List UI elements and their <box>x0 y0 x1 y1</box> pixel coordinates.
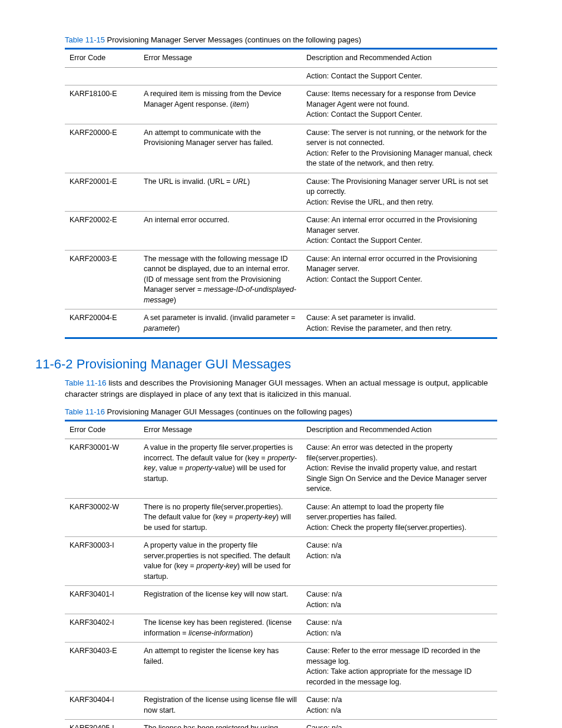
table15-caption-rest: Provisioning Manager Server Messages (co… <box>105 35 361 44</box>
cell-error-code <box>65 67 139 85</box>
table16-h-msg: Error Message <box>139 420 302 439</box>
table-row: KARF20003-EThe message with the followin… <box>65 250 497 309</box>
table15-h-code: Error Code <box>65 49 139 68</box>
cell-error-message: There is no property file(server.propert… <box>139 498 302 537</box>
cell-error-message: Registration of the license key will now… <box>139 586 302 614</box>
section-para-link[interactable]: Table 11-16 <box>65 378 107 387</box>
cell-description: Cause: n/aAction: n/a <box>302 720 497 728</box>
cell-error-message: A value in the property file server.prop… <box>139 439 302 499</box>
cell-error-code: KARF30001-W <box>65 439 139 499</box>
cell-error-message: A set parameter is invalid. (invalid par… <box>139 309 302 338</box>
table15-caption: Table 11-15 Provisioning Manager Server … <box>65 35 497 44</box>
cell-error-code: KARF30401-I <box>65 586 139 614</box>
cell-description: Cause: The Provisioning Manager server U… <box>302 173 497 212</box>
table-row: KARF30404-IRegistration of the license u… <box>65 691 497 720</box>
cell-error-code: KARF20001-E <box>65 173 139 212</box>
cell-description: Cause: A set parameter is invalid.Action… <box>302 309 497 338</box>
cell-error-message: An attempt to communicate with the Provi… <box>139 124 302 173</box>
table15: Error Code Error Message Description and… <box>65 48 497 339</box>
section-heading: 11-6-2 Provisioning Manager GUI Messages <box>35 357 497 372</box>
table16: Error Code Error Message Description and… <box>65 420 497 728</box>
cell-error-code: KARF20002-E <box>65 212 139 251</box>
section-para: Table 11-16 lists and describes the Prov… <box>65 378 497 400</box>
table16-caption-link[interactable]: Table 11-16 <box>65 407 105 416</box>
cell-error-message: The URL is invalid. (URL = URL) <box>139 173 302 212</box>
table16-h-desc: Description and Recommended Action <box>302 420 497 439</box>
cell-description: Cause: An internal error occurred in the… <box>302 212 497 251</box>
table-row: KARF20001-EThe URL is invalid. (URL = UR… <box>65 173 497 212</box>
cell-error-code: KARF20004-E <box>65 309 139 338</box>
cell-error-code: KARF30404-I <box>65 691 139 720</box>
cell-error-code: KARF30003-I <box>65 537 139 586</box>
cell-description: Action: Contact the Support Center. <box>302 67 497 85</box>
cell-error-code: KARF30002-W <box>65 498 139 537</box>
table-row: KARF20000-EAn attempt to communicate wit… <box>65 124 497 173</box>
cell-error-message: A property value in the property file se… <box>139 537 302 586</box>
cell-description: Cause: An internal error occurred in the… <box>302 250 497 309</box>
cell-description: Cause: n/aAction: n/a <box>302 614 497 643</box>
table-row: KARF30001-WA value in the property file … <box>65 439 497 499</box>
table15-h-msg: Error Message <box>139 49 302 68</box>
cell-error-message: An attempt to register the license key h… <box>139 643 302 691</box>
cell-description: Cause: n/aAction: n/a <box>302 691 497 720</box>
table-row: KARF20004-EA set parameter is invalid. (… <box>65 309 497 338</box>
table-row: KARF18100-EA required item is missing fr… <box>65 85 497 124</box>
table-row: KARF30401-IRegistration of the license k… <box>65 586 497 614</box>
cell-error-message: The license has been registered by using… <box>139 720 302 728</box>
table-row: Action: Contact the Support Center. <box>65 67 497 85</box>
cell-error-code: KARF30403-E <box>65 643 139 691</box>
cell-description: Cause: Refer to the error message ID rec… <box>302 643 497 691</box>
table-row: KARF30405-IThe license has been register… <box>65 720 497 728</box>
cell-error-message: The license key has been registered. (li… <box>139 614 302 643</box>
cell-description: Cause: An attempt to load the property f… <box>302 498 497 537</box>
cell-description: Cause: An error was detected in the prop… <box>302 439 497 499</box>
cell-description: Cause: Items necessary for a response fr… <box>302 85 497 124</box>
cell-error-message: Registration of the license using licens… <box>139 691 302 720</box>
section-para-rest: lists and describes the Provisioning Man… <box>65 378 488 398</box>
cell-error-code: KARF30405-I <box>65 720 139 728</box>
cell-error-message <box>139 67 302 85</box>
cell-error-code: KARF18100-E <box>65 85 139 124</box>
cell-error-code: KARF20000-E <box>65 124 139 173</box>
cell-error-code: KARF20003-E <box>65 250 139 309</box>
table-row: KARF20002-EAn internal error occurred.Ca… <box>65 212 497 251</box>
cell-error-message: The message with the following message I… <box>139 250 302 309</box>
table16-caption: Table 11-16 Provisioning Manager GUI Mes… <box>65 407 497 416</box>
cell-description: Cause: The server is not running, or the… <box>302 124 497 173</box>
cell-error-code: KARF30402-I <box>65 614 139 643</box>
table-row: KARF30402-IThe license key has been regi… <box>65 614 497 643</box>
cell-description: Cause: n/aAction: n/a <box>302 586 497 614</box>
cell-description: Cause: n/aAction: n/a <box>302 537 497 586</box>
table-row: KARF30403-EAn attempt to register the li… <box>65 643 497 691</box>
table-row: KARF30003-IA property value in the prope… <box>65 537 497 586</box>
cell-error-message: A required item is missing from the Devi… <box>139 85 302 124</box>
table16-h-code: Error Code <box>65 420 139 439</box>
table15-caption-link[interactable]: Table 11-15 <box>65 35 105 44</box>
table15-h-desc: Description and Recommended Action <box>302 49 497 68</box>
table16-caption-rest: Provisioning Manager GUI Messages (conti… <box>105 407 352 416</box>
cell-error-message: An internal error occurred. <box>139 212 302 251</box>
table-row: KARF30002-WThere is no property file(ser… <box>65 498 497 537</box>
